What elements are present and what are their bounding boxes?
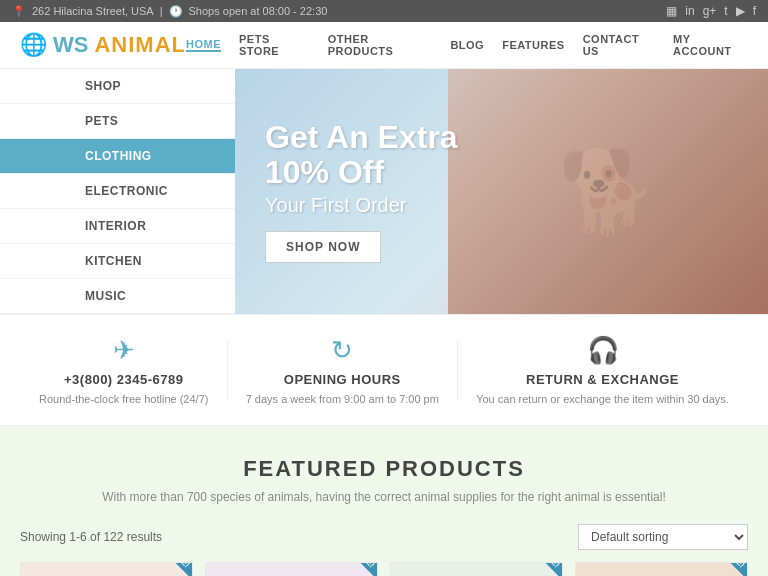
nav-other-products[interactable]: Other Products bbox=[328, 33, 433, 57]
nav-blog[interactable]: Blog bbox=[450, 39, 484, 51]
top-bar: 📍 262 Hilacina Street, USA | 🕐 Shops ope… bbox=[0, 0, 768, 22]
twitter-icon[interactable]: t bbox=[724, 4, 727, 18]
logo: 🌐 WS ANIMAL bbox=[20, 32, 186, 58]
header: 🌐 WS ANIMAL Home Pets Store Other Produc… bbox=[0, 22, 768, 69]
phone-subtitle: Round-the-clock free hotline (24/7) bbox=[39, 393, 208, 405]
info-bar: ✈ +3(800) 2345-6789 Round-the-clock free… bbox=[0, 314, 768, 426]
hero-content: Get An Extra 10% Off Your First Order SH… bbox=[235, 90, 488, 293]
location-icon: 📍 bbox=[12, 5, 26, 18]
featured-section: FEATURED PRODUCTS With more than 700 spe… bbox=[0, 426, 768, 576]
clock-icon: 🕐 bbox=[169, 5, 183, 18]
headset-icon: 🎧 bbox=[587, 335, 619, 366]
hours-text: Shops open at 08:00 - 22:30 bbox=[189, 5, 328, 17]
nav-pets-store[interactable]: Pets Store bbox=[239, 33, 310, 57]
sale-badge-1: Sale! bbox=[155, 563, 192, 576]
sidebar-item-shop[interactable]: Shop bbox=[0, 69, 235, 104]
product-card-3[interactable]: 🐕 Sale! bbox=[390, 562, 563, 576]
linkedin-icon[interactable]: in bbox=[685, 4, 694, 18]
product-image-2: 🐩 Sale! bbox=[206, 563, 377, 576]
top-bar-address-area: 📍 262 Hilacina Street, USA | 🕐 Shops ope… bbox=[12, 5, 327, 18]
product-image-3: 🐕 Sale! bbox=[391, 563, 562, 576]
logo-icon: 🌐 bbox=[20, 32, 47, 58]
nav-contact-us[interactable]: Contact Us bbox=[583, 33, 655, 57]
main-nav: Home Pets Store Other Products Blog Feat… bbox=[186, 33, 748, 57]
hero-headline-line2: 10% Off bbox=[265, 155, 458, 190]
sidebar-menu: Shop Pets CLOThing Electronic Interior K… bbox=[0, 69, 235, 314]
logo-animal: ANIMAL bbox=[94, 32, 186, 58]
info-divider-2 bbox=[457, 340, 458, 400]
sidebar-item-interior[interactable]: Interior bbox=[0, 209, 235, 244]
sidebar: 🐾 🐾 🐾 🐾 Shop Pets CLOThing Electronic In… bbox=[0, 69, 235, 314]
featured-title: FEATURED PRODUCTS bbox=[20, 456, 748, 482]
nav-home[interactable]: Home bbox=[186, 38, 221, 52]
sidebar-item-clothing[interactable]: CLOThing bbox=[0, 139, 235, 174]
return-subtitle: You can return or exchange the item with… bbox=[476, 393, 729, 405]
featured-subtitle: With more than 700 species of animals, h… bbox=[20, 490, 748, 504]
product-card-1[interactable]: 🐕 Sale! bbox=[20, 562, 193, 576]
product-card-2[interactable]: 🐩 Sale! bbox=[205, 562, 378, 576]
sale-badge-4: Sale! bbox=[710, 563, 747, 576]
facebook-icon[interactable]: f bbox=[753, 4, 756, 18]
info-item-return: 🎧 RETURN & EXCHANGE You can return or ex… bbox=[476, 335, 729, 405]
logo-ws: WS bbox=[53, 32, 88, 58]
separator: | bbox=[160, 5, 163, 17]
product-image-1: 🐕 Sale! bbox=[21, 563, 192, 576]
hours-icon: ↻ bbox=[331, 335, 353, 366]
address-text: 262 Hilacina Street, USA bbox=[32, 5, 154, 17]
product-image-4: 🦮 Sale! bbox=[576, 563, 747, 576]
sale-badge-2: Sale! bbox=[340, 563, 377, 576]
product-card-4[interactable]: 🦮 Sale! bbox=[575, 562, 748, 576]
products-toolbar: Showing 1-6 of 122 results Default sorti… bbox=[20, 524, 748, 550]
phone-title: +3(800) 2345-6789 bbox=[64, 372, 183, 387]
sidebar-item-pets[interactable]: Pets bbox=[0, 104, 235, 139]
sidebar-item-electronic[interactable]: Electronic bbox=[0, 174, 235, 209]
hero-photo: 🐕 bbox=[448, 69, 768, 314]
return-title: RETURN & EXCHANGE bbox=[526, 372, 679, 387]
hero-headline-line1: Get An Extra bbox=[265, 120, 458, 155]
showing-results: Showing 1-6 of 122 results bbox=[20, 530, 162, 544]
sidebar-item-music[interactable]: Music bbox=[0, 279, 235, 314]
sidebar-item-kitchen[interactable]: Kitchen bbox=[0, 244, 235, 279]
phone-icon: ✈ bbox=[113, 335, 135, 366]
social-icons-area: ▦ in g+ t ▶ f bbox=[666, 4, 756, 18]
sale-badge-3: Sale! bbox=[525, 563, 562, 576]
main-section: 🐾 🐾 🐾 🐾 Shop Pets CLOThing Electronic In… bbox=[0, 69, 768, 314]
youtube-icon[interactable]: ▶ bbox=[736, 4, 745, 18]
nav-features[interactable]: Features bbox=[502, 39, 564, 51]
shop-now-button[interactable]: SHOP NOW bbox=[265, 231, 381, 263]
hero-subtitle: Your First Order bbox=[265, 194, 458, 217]
sort-select[interactable]: Default sorting Sort by price: low to hi… bbox=[578, 524, 748, 550]
hero-background-image: 🐕 bbox=[448, 69, 768, 314]
hours-title: OPENING HOURS bbox=[284, 372, 401, 387]
google-plus-icon[interactable]: g+ bbox=[703, 4, 717, 18]
nav-my-account[interactable]: My Account bbox=[673, 33, 748, 57]
info-divider-1 bbox=[227, 340, 228, 400]
products-grid: 🐕 Sale! 🐩 Sale! 🐕 Sale! 🦮 Sale! bbox=[20, 562, 748, 576]
hero-banner: 🐕 Get An Extra 10% Off Your First Order … bbox=[235, 69, 768, 314]
hours-subtitle: 7 days a week from 9:00 am to 7:00 pm bbox=[246, 393, 439, 405]
instagram-icon[interactable]: ▦ bbox=[666, 4, 677, 18]
info-item-hours: ↻ OPENING HOURS 7 days a week from 9:00 … bbox=[246, 335, 439, 405]
info-item-phone: ✈ +3(800) 2345-6789 Round-the-clock free… bbox=[39, 335, 208, 405]
